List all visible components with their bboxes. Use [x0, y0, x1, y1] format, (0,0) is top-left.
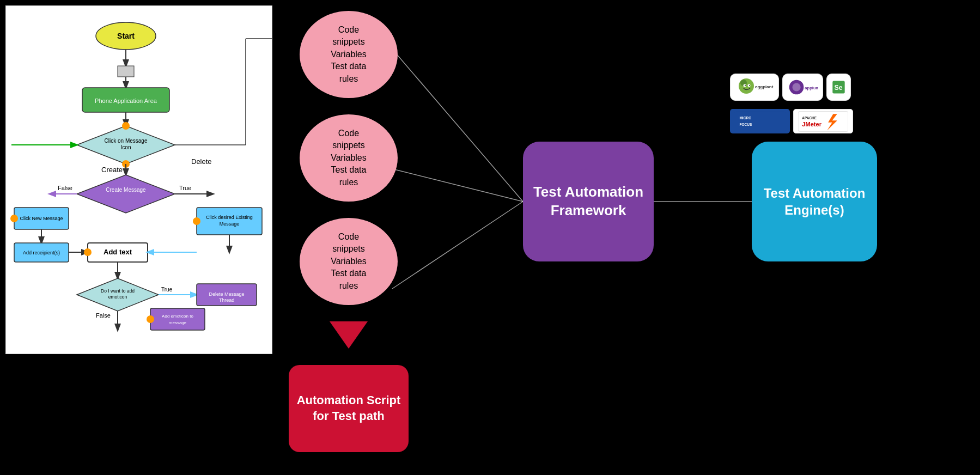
svg-text:Create: Create: [101, 166, 123, 174]
svg-text:emoticon: emoticon: [108, 294, 127, 300]
svg-point-47: [84, 248, 92, 256]
framework-label: Test Automation Framework: [523, 183, 654, 220]
automation-script-box: Automation Script for Test path: [289, 365, 409, 452]
svg-point-69: [749, 85, 750, 86]
code-bubble-2: CodesnippetsVariablesTest datarules: [300, 114, 398, 202]
svg-text:FOCUS: FOCUS: [739, 122, 752, 126]
jmeter-logo: APACHE JMeter: [793, 109, 853, 133]
svg-text:Click New Message: Click New Message: [20, 216, 63, 221]
svg-point-64: [739, 78, 754, 94]
svg-text:appium: appium: [805, 86, 818, 90]
svg-point-18: [122, 122, 130, 130]
svg-text:False: False: [58, 185, 72, 191]
svg-text:Add text: Add text: [104, 248, 132, 256]
svg-rect-76: [734, 111, 786, 132]
svg-text:Add emoticon to: Add emoticon to: [162, 314, 193, 319]
svg-point-43: [193, 217, 200, 225]
svg-text:Delete: Delete: [191, 157, 212, 166]
svg-text:JMeter: JMeter: [802, 121, 821, 127]
framework-box: Test Automation Framework: [523, 142, 654, 261]
flowchart-area: Start Phone Application Area Click on Me…: [5, 5, 272, 354]
svg-text:MICRO: MICRO: [739, 116, 751, 120]
engine-label: Test Automation Engine(s): [752, 185, 877, 218]
svg-text:eggplant: eggplant: [755, 84, 774, 89]
down-arrow-red: [330, 321, 368, 349]
svg-text:Click on Message: Click on Message: [105, 138, 148, 144]
svg-line-1: [392, 169, 523, 202]
svg-text:Se: Se: [835, 83, 843, 91]
svg-text:Do I want to add: Do I want to add: [101, 288, 135, 294]
svg-text:Create Message: Create Message: [106, 187, 146, 193]
svg-text:False: False: [96, 312, 111, 319]
code-bubble-2-text: CodesnippetsVariablesTest datarules: [331, 127, 367, 188]
svg-text:Delete Message: Delete Message: [209, 291, 244, 297]
svg-text:Message: Message: [220, 221, 240, 227]
eggplant-logo: eggplant: [730, 74, 779, 101]
automation-script-label: Automation Script for Test path: [294, 393, 403, 424]
svg-marker-27: [77, 175, 175, 213]
code-bubble-3: CodesnippetsVariablesTest datarules: [300, 218, 398, 305]
svg-text:True: True: [179, 185, 191, 191]
code-bubble-1: CodesnippetsVariablesTest datarules: [300, 11, 398, 98]
engine-box: Test Automation Engine(s): [752, 142, 877, 261]
svg-text:Icon: Icon: [121, 144, 131, 150]
svg-point-63: [147, 315, 154, 323]
svg-text:APACHE: APACHE: [802, 116, 817, 120]
svg-point-68: [745, 85, 746, 86]
svg-text:Start: Start: [117, 32, 135, 40]
svg-point-72: [793, 83, 801, 91]
svg-line-0: [392, 49, 523, 202]
code-bubble-3-text: CodesnippetsVariablesTest datarules: [331, 231, 367, 292]
middle-column: CodesnippetsVariablesTest datarules Code…: [289, 0, 409, 475]
svg-text:message: message: [169, 320, 187, 325]
code-bubble-1-text: CodesnippetsVariablesTest datarules: [331, 24, 367, 85]
selenium-logo: Se: [826, 74, 851, 101]
tools-area: eggplant appium Se MICRO FOCUS APACHE JM…: [730, 71, 904, 136]
svg-text:Thread: Thread: [219, 297, 235, 303]
svg-text:Add receipient(s): Add receipient(s): [23, 250, 60, 255]
microfocus-logo: MICRO FOCUS: [730, 109, 790, 133]
appium-logo: appium: [782, 74, 823, 101]
svg-text:Click desired Existing: Click desired Existing: [206, 215, 253, 220]
svg-line-2: [392, 202, 523, 289]
svg-text:Phone Application Area: Phone Application Area: [95, 98, 157, 104]
svg-rect-60: [150, 308, 205, 330]
svg-rect-10: [118, 66, 134, 77]
flowchart-svg: Start Phone Application Area Click on Me…: [6, 6, 273, 355]
svg-text:True: True: [161, 287, 173, 293]
svg-point-35: [10, 215, 18, 222]
